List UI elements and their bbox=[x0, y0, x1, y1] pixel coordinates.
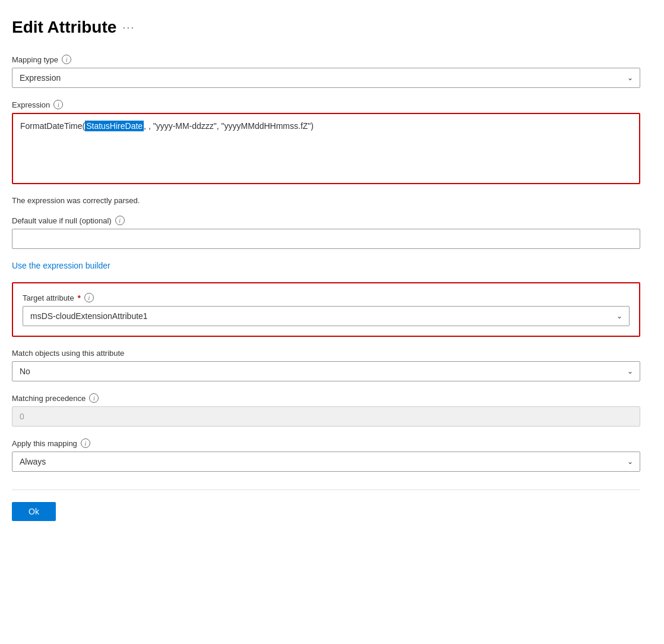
expression-display[interactable]: FormatDateTime(StatusHireDate, , "yyyy-M… bbox=[12, 113, 640, 184]
parse-status: The expression was correctly parsed. bbox=[12, 196, 640, 205]
matching-precedence-input bbox=[12, 406, 640, 427]
title-menu-icon[interactable]: ··· bbox=[122, 21, 135, 34]
expression-builder-link[interactable]: Use the expression builder bbox=[12, 261, 110, 270]
mapping-type-label: Mapping type i bbox=[12, 55, 640, 64]
default-value-info-icon[interactable]: i bbox=[115, 216, 125, 225]
page-title: Edit Attribute bbox=[12, 18, 116, 37]
match-objects-label: Match objects using this attribute bbox=[12, 349, 640, 358]
target-attribute-wrapper: msDS-cloudExtensionAttribute1 ⌄ bbox=[23, 306, 630, 326]
target-attribute-required: * bbox=[78, 293, 81, 302]
matching-precedence-label: Matching precedence i bbox=[12, 393, 640, 403]
expression-text: FormatDateTime(StatusHireDate, , "yyyy-M… bbox=[20, 121, 314, 131]
match-objects-select[interactable]: No Yes bbox=[12, 361, 640, 381]
apply-mapping-section: Apply this mapping i Always Only during … bbox=[12, 438, 640, 472]
default-value-section: Default value if null (optional) i bbox=[12, 216, 640, 249]
matching-precedence-info-icon[interactable]: i bbox=[89, 393, 99, 403]
target-attribute-label: Target attribute * i bbox=[23, 293, 630, 302]
expression-info-icon[interactable]: i bbox=[53, 100, 63, 109]
match-objects-section: Match objects using this attribute No Ye… bbox=[12, 349, 640, 381]
apply-mapping-select[interactable]: Always Only during object creation Only … bbox=[12, 452, 640, 472]
match-objects-wrapper: No Yes ⌄ bbox=[12, 361, 640, 381]
mapping-type-wrapper: Expression Direct Constant None ⌄ bbox=[12, 68, 640, 88]
target-attribute-info-icon[interactable]: i bbox=[84, 293, 94, 302]
mapping-type-section: Mapping type i Expression Direct Constan… bbox=[12, 55, 640, 88]
matching-precedence-section: Matching precedence i bbox=[12, 393, 640, 427]
apply-mapping-label: Apply this mapping i bbox=[12, 438, 640, 448]
expression-label: Expression i bbox=[12, 100, 640, 109]
page-container: Edit Attribute ··· Mapping type i Expres… bbox=[0, 0, 664, 545]
expression-highlight: StatusHireDate bbox=[85, 121, 144, 131]
default-value-label: Default value if null (optional) i bbox=[12, 216, 640, 225]
ok-button[interactable]: Ok bbox=[12, 502, 56, 521]
mapping-type-info-icon[interactable]: i bbox=[62, 55, 71, 64]
title-row: Edit Attribute ··· bbox=[12, 18, 640, 37]
target-attribute-section: Target attribute * i msDS-cloudExtension… bbox=[12, 282, 640, 337]
expression-section: Expression i FormatDateTime(StatusHireDa… bbox=[12, 100, 640, 184]
default-value-input[interactable] bbox=[12, 229, 640, 249]
divider bbox=[12, 490, 640, 490]
mapping-type-select[interactable]: Expression Direct Constant None bbox=[12, 68, 640, 88]
apply-mapping-info-icon[interactable]: i bbox=[81, 438, 90, 448]
apply-mapping-wrapper: Always Only during object creation Only … bbox=[12, 452, 640, 472]
target-attribute-select[interactable]: msDS-cloudExtensionAttribute1 bbox=[23, 306, 630, 326]
